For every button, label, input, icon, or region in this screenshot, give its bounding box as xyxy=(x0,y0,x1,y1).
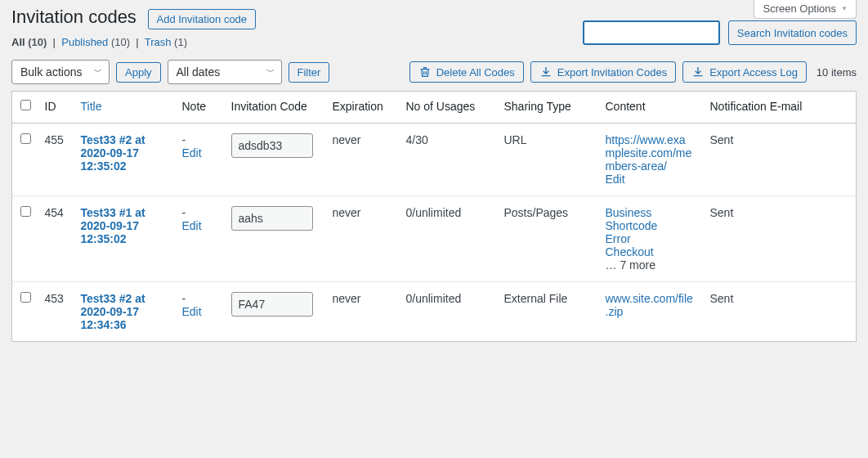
screen-options-button[interactable]: Screen Options ▼ xyxy=(754,0,857,19)
search-invitation-codes-input[interactable] xyxy=(583,20,720,45)
chevron-down-icon: ﹀ xyxy=(94,66,102,78)
row-note: - xyxy=(182,133,215,146)
column-notification: Notification E-mail xyxy=(702,92,857,123)
row-sharing-type: URL xyxy=(496,123,597,196)
view-published[interactable]: Published (10) xyxy=(61,36,130,48)
row-usages: 0/unlimited xyxy=(398,196,496,282)
content-link[interactable]: Error xyxy=(606,232,694,245)
chevron-down-icon: ▼ xyxy=(841,5,848,12)
row-expiration: never xyxy=(324,282,398,342)
column-note: Note xyxy=(174,92,223,123)
table-row: 453 Test33 #2 at 2020-09-17 12:34:36 - E… xyxy=(12,282,857,342)
content-edit-link[interactable]: Edit xyxy=(606,173,694,186)
table-row: 454 Test33 #1 at 2020-09-17 12:35:02 - E… xyxy=(12,196,857,282)
select-all-checkbox[interactable] xyxy=(20,100,31,110)
row-id: 453 xyxy=(37,282,73,342)
row-expiration: never xyxy=(324,123,398,196)
chevron-down-icon: ﹀ xyxy=(266,66,275,78)
column-usages: No of Usages xyxy=(398,92,496,123)
row-content: https://www.examplesite.com/members-area… xyxy=(597,123,702,196)
row-checkbox[interactable] xyxy=(20,206,31,217)
column-expiration: Expiration xyxy=(324,92,398,123)
row-sharing-type: Posts/Pages xyxy=(496,196,597,282)
items-count: 10 items xyxy=(817,66,857,79)
export-access-log-button[interactable]: Export Access Log xyxy=(682,61,807,83)
content-link[interactable]: Shortcode xyxy=(606,219,694,232)
screen-options-label: Screen Options xyxy=(763,2,836,15)
content-link[interactable]: Checkout xyxy=(606,245,694,258)
column-invitation-code: Invitation Code xyxy=(223,92,324,123)
invitation-code-input[interactable] xyxy=(231,292,313,317)
column-id: ID xyxy=(37,92,73,123)
view-all[interactable]: All (10) xyxy=(11,36,47,48)
row-notification: Sent xyxy=(702,123,857,196)
content-link[interactable]: https://www.examplesite.com/members-area… xyxy=(606,133,694,173)
row-note: - xyxy=(182,292,215,305)
invitation-code-input[interactable] xyxy=(231,133,313,158)
download-icon xyxy=(539,65,553,79)
content-link[interactable]: www.site.com/file.zip xyxy=(606,292,694,318)
filter-button[interactable]: Filter xyxy=(289,62,330,83)
note-edit-link[interactable]: Edit xyxy=(182,305,215,318)
add-invitation-code-button[interactable]: Add Invitation code xyxy=(148,9,257,29)
row-id: 454 xyxy=(37,196,73,282)
dates-select[interactable]: All dates ﹀ xyxy=(168,60,282,84)
delete-all-codes-button[interactable]: Delete All Codes xyxy=(409,61,524,83)
row-notification: Sent xyxy=(702,282,857,342)
trash-icon xyxy=(418,65,432,79)
row-notification: Sent xyxy=(702,196,857,282)
row-usages: 4/30 xyxy=(398,123,496,196)
content-more: … 7 more xyxy=(606,258,694,272)
row-content: www.site.com/file.zip xyxy=(597,282,702,342)
page-title: Invitation codes xyxy=(11,7,136,28)
search-invitation-codes-button[interactable]: Search Invitation codes xyxy=(728,20,857,45)
row-checkbox[interactable] xyxy=(20,133,31,144)
note-edit-link[interactable]: Edit xyxy=(182,146,215,159)
column-sharing-type: Sharing Type xyxy=(496,92,597,123)
invitation-code-input[interactable] xyxy=(231,206,313,231)
row-note: - xyxy=(182,206,215,219)
bulk-actions-select[interactable]: Bulk actions ﹀ xyxy=(11,60,110,84)
row-sharing-type: External File xyxy=(496,282,597,342)
download-icon xyxy=(691,65,705,79)
row-checkbox[interactable] xyxy=(20,292,31,303)
row-title-link[interactable]: Test33 #2 at 2020-09-17 12:35:02 xyxy=(81,133,145,173)
row-title-link[interactable]: Test33 #2 at 2020-09-17 12:34:36 xyxy=(81,292,145,331)
column-title[interactable]: Title xyxy=(81,100,102,113)
row-content: BusinessShortcodeErrorCheckout… 7 more xyxy=(597,196,702,282)
row-usages: 0/unlimited xyxy=(398,282,496,342)
row-id: 455 xyxy=(37,123,73,196)
note-edit-link[interactable]: Edit xyxy=(182,219,215,232)
row-title-link[interactable]: Test33 #1 at 2020-09-17 12:35:02 xyxy=(81,206,145,245)
column-content: Content xyxy=(597,92,702,123)
table-row: 455 Test33 #2 at 2020-09-17 12:35:02 - E… xyxy=(12,123,857,196)
content-link[interactable]: Business xyxy=(606,206,694,219)
export-invitation-codes-button[interactable]: Export Invitation Codes xyxy=(530,61,676,83)
row-expiration: never xyxy=(324,196,398,282)
view-trash[interactable]: Trash (1) xyxy=(145,36,187,48)
apply-button[interactable]: Apply xyxy=(116,62,161,83)
